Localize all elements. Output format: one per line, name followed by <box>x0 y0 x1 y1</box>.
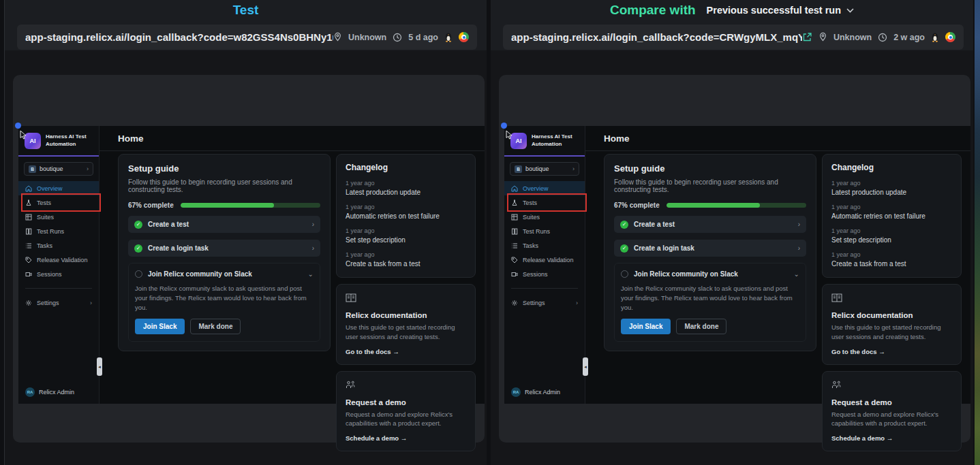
sidebar-item-settings[interactable]: Settings › <box>504 295 585 310</box>
sidebar-item-tests[interactable]: Tests <box>504 195 585 210</box>
test-panel-header: Test <box>5 0 487 20</box>
documentation-card: Relicx documentation Use this guide to g… <box>822 284 962 365</box>
linux-penguin-icon <box>931 32 939 42</box>
book-icon <box>346 293 356 302</box>
project-badge: B <box>515 165 522 173</box>
changelog-card: Changelog 1 year ago Latest production u… <box>822 154 962 278</box>
compare-location: Unknown <box>833 33 872 42</box>
user-account[interactable]: RA Relicx Admin <box>511 387 560 397</box>
app-main: Home Setup guide Follow this guide to be… <box>585 126 970 404</box>
check-circle-icon: ✓ <box>620 221 628 229</box>
request-demo-card: Request a demo Request a demo and explor… <box>336 371 476 452</box>
avatar: RA <box>511 387 521 397</box>
join-slack-button[interactable]: Join Slack <box>621 319 671 334</box>
sidebar-nav: Overview Tests Suites Test Runs Tasks <box>504 181 585 310</box>
changelog-entry: 1 year ago Automatic retries on test fai… <box>346 204 466 220</box>
progress-bar <box>181 203 320 208</box>
setup-guide-description: Follow this guide to begin recording use… <box>614 178 806 193</box>
changelog-entry: 1 year ago Create a task from a test <box>831 251 952 268</box>
app-brand: AI Harness AI Test Automation <box>18 126 99 155</box>
setup-guide-title: Setup guide <box>128 163 320 174</box>
selection-handle-dot <box>501 123 507 129</box>
progress-label: 67% complete <box>128 202 174 209</box>
setup-guide-title: Setup guide <box>614 163 806 174</box>
chevron-right-icon: › <box>312 244 314 252</box>
test-url-bar[interactable]: app-staging.relicx.ai/login_callback?cod… <box>17 25 477 50</box>
page-title: Home <box>585 126 970 151</box>
test-title: Test <box>233 3 259 18</box>
documentation-title: Relicx documentation <box>831 311 952 319</box>
chevron-right-icon: › <box>572 165 575 172</box>
go-to-docs-link[interactable]: Go to the docs → <box>346 348 466 355</box>
task-create-a-login-task[interactable]: ✓ Create a login task › <box>128 240 320 257</box>
unchecked-circle-icon <box>135 270 142 278</box>
gear-icon <box>25 300 32 306</box>
sidebar-item-suites[interactable]: Suites <box>18 210 99 224</box>
go-to-docs-link[interactable]: Go to the docs → <box>831 348 952 355</box>
sidebar-item-release-validation[interactable]: Release Validation <box>504 253 585 267</box>
slack-task-header[interactable]: Join Relicx community on Slack ⌄ <box>135 270 313 278</box>
progress-fill <box>181 203 275 208</box>
test-screenshot-frame: AI Harness AI Test Automation B boutique… <box>13 75 485 443</box>
schedule-demo-link[interactable]: Schedule a demo → <box>346 434 466 442</box>
request-demo-title: Request a demo <box>831 398 952 406</box>
progress-fill <box>667 203 761 208</box>
external-link-icon[interactable] <box>802 32 812 42</box>
sidebar-item-settings[interactable]: Settings › <box>18 295 99 310</box>
sidebar-item-sessions[interactable]: Sessions <box>504 267 585 281</box>
app-main: Home Setup guide Follow this guide to be… <box>99 126 485 404</box>
user-account[interactable]: RA Relicx Admin <box>25 387 74 397</box>
chevron-right-icon: › <box>798 221 800 228</box>
mark-done-button[interactable]: Mark done <box>676 319 726 334</box>
compare-run-selector[interactable]: Previous successful test run <box>707 5 854 16</box>
clock-icon <box>878 33 887 42</box>
sidebar-collapse-handle[interactable]: ◂ <box>97 357 102 376</box>
compare-panel: Compare with Previous successful test ru… <box>491 0 973 465</box>
sidebar-item-tests[interactable]: Tests <box>18 195 99 210</box>
request-demo-title: Request a demo <box>346 398 466 406</box>
sidebar-accent-divider <box>18 155 99 157</box>
selection-handle-dot <box>15 123 21 129</box>
sidebar-item-overview[interactable]: Overview <box>504 181 585 195</box>
chevron-right-icon: › <box>312 221 314 228</box>
sidebar-item-release-validation[interactable]: Release Validation <box>18 253 99 267</box>
sidebar-item-suites[interactable]: Suites <box>504 210 585 224</box>
home-icon <box>511 185 518 192</box>
task-create-a-login-task[interactable]: ✓ Create a login task › <box>614 240 806 257</box>
compare-url-bar[interactable]: app-staging.relicx.ai/login_callback?cod… <box>503 25 964 50</box>
linux-penguin-icon <box>444 32 453 42</box>
sidebar-item-tasks[interactable]: Tasks <box>504 238 585 253</box>
task-create-a-test[interactable]: ✓ Create a test › <box>614 216 806 233</box>
sidebar-item-tasks[interactable]: Tasks <box>18 238 99 253</box>
sidebar-item-overview[interactable]: Overview <box>18 181 99 195</box>
sidebar-collapse-handle[interactable]: ◂ <box>583 357 588 376</box>
compare-age: 2 w ago <box>893 33 925 42</box>
test-step-highlight-box <box>21 193 101 212</box>
chevron-right-icon: › <box>87 165 89 172</box>
compare-view: Test app-staging.relicx.ai/login_callbac… <box>0 0 980 465</box>
chevron-down-icon <box>846 8 854 13</box>
progress-label: 67% complete <box>614 202 660 209</box>
project-selector[interactable]: B boutique › <box>24 162 93 176</box>
schedule-demo-link[interactable]: Schedule a demo → <box>831 434 952 442</box>
chrome-browser-icon <box>945 32 955 42</box>
slack-task-header[interactable]: Join Relicx community on Slack ⌄ <box>621 270 799 278</box>
project-selector[interactable]: B boutique › <box>510 162 579 176</box>
compare-url: app-staging.relicx.ai/login_callback?cod… <box>511 31 802 43</box>
sidebar-item-test-runs[interactable]: Test Runs <box>504 224 585 238</box>
mouse-cursor-icon <box>506 130 513 140</box>
compare-screenshot-area: AI Harness AI Test Automation B boutique… <box>491 50 973 465</box>
slack-task-description: Join the Relicx community slack to ask q… <box>135 284 313 312</box>
sidebar-item-sessions[interactable]: Sessions <box>18 267 99 281</box>
flask-icon <box>511 199 518 206</box>
sidebar-item-test-runs[interactable]: Test Runs <box>18 224 99 238</box>
join-slack-button[interactable]: Join Slack <box>135 319 185 334</box>
task-create-a-test[interactable]: ✓ Create a test › <box>128 216 320 233</box>
mark-done-button[interactable]: Mark done <box>190 319 241 334</box>
test-screenshot-area: AI Harness AI Test Automation B boutique… <box>5 50 487 465</box>
mouse-cursor-icon <box>20 130 27 140</box>
changelog-entry: 1 year ago Create a task from a test <box>346 251 466 268</box>
setup-guide-description: Follow this guide to begin recording use… <box>128 178 320 193</box>
next-screenshot-edge-strip <box>975 0 980 465</box>
grid-icon <box>511 214 518 221</box>
